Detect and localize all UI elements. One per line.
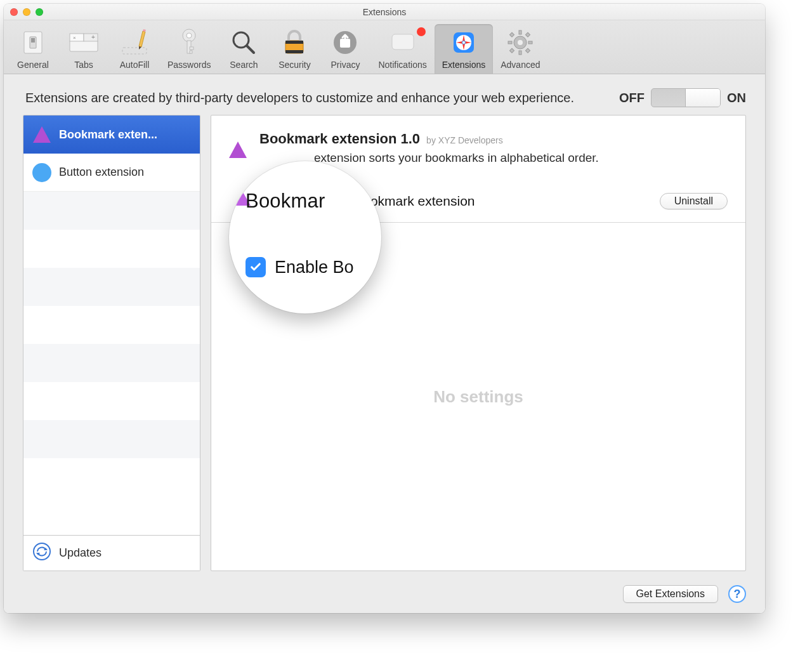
- magnifier-overlay: Bookmar Enable Bo: [229, 161, 381, 314]
- svg-rect-30: [508, 41, 512, 44]
- no-settings-label: No settings: [433, 387, 523, 407]
- tab-label: Passwords: [167, 60, 211, 70]
- svg-point-26: [462, 41, 465, 44]
- search-icon: [226, 27, 261, 58]
- svg-rect-31: [528, 41, 532, 44]
- tab-label: Advanced: [501, 60, 540, 70]
- passwords-icon: [171, 27, 207, 58]
- sidebar-item-label: Button extension: [59, 166, 144, 179]
- help-button[interactable]: ?: [728, 585, 746, 603]
- tab-label: General: [17, 60, 49, 70]
- tab-label: Search: [230, 60, 258, 70]
- tab-search[interactable]: Search: [218, 24, 269, 74]
- svg-rect-18: [285, 41, 303, 44]
- svg-rect-34: [510, 48, 514, 53]
- window-title: Extensions: [4, 7, 765, 17]
- toggle-off-label: OFF: [619, 91, 645, 105]
- tab-label: Security: [278, 60, 311, 70]
- notification-badge-icon: [417, 27, 426, 36]
- circle-icon: [32, 163, 51, 182]
- tab-extensions[interactable]: Extensions: [435, 24, 493, 74]
- svg-rect-13: [190, 51, 192, 53]
- close-button[interactable]: [10, 8, 18, 16]
- preferences-toolbar: General ×+ Tabs AutoFill Passwords Searc…: [4, 20, 765, 74]
- notifications-icon: [385, 27, 421, 58]
- svg-rect-19: [285, 50, 303, 53]
- tab-label: Tabs: [74, 60, 93, 70]
- tab-tabs[interactable]: ×+ Tabs: [58, 24, 109, 74]
- tab-label: Notifications: [378, 60, 426, 70]
- svg-rect-21: [340, 39, 350, 48]
- autofill-icon: [117, 27, 152, 58]
- extensions-list: Bookmark exten... Button extension: [23, 116, 200, 535]
- enable-checkbox[interactable]: [246, 257, 266, 277]
- svg-text:×: ×: [73, 35, 76, 41]
- svg-point-37: [34, 543, 50, 560]
- triangle-icon: [229, 131, 247, 142]
- tab-security[interactable]: Security: [269, 24, 320, 74]
- updates-label: Updates: [59, 546, 102, 560]
- svg-rect-8: [122, 48, 147, 54]
- tab-passwords[interactable]: Passwords: [160, 24, 218, 74]
- advanced-icon: [502, 27, 538, 58]
- titlebar: Extensions: [4, 4, 765, 20]
- extension-title: Bookmark extension 1.0: [259, 131, 420, 147]
- magnifier-enable-row: Enable Bo: [246, 257, 354, 277]
- window-footer: Get Extensions ?: [4, 579, 765, 613]
- get-extensions-button[interactable]: Get Extensions: [623, 585, 719, 603]
- header-row: Extensions are created by third-party de…: [4, 74, 765, 115]
- svg-rect-29: [519, 51, 521, 55]
- sidebar-updates[interactable]: Updates: [23, 535, 200, 571]
- magnifier-enable-fragment: Enable Bo: [275, 258, 354, 277]
- body: Bookmark exten... Button extension Updat…: [4, 115, 765, 579]
- svg-point-10: [187, 33, 192, 38]
- empty-rows: [23, 192, 200, 535]
- svg-rect-4: [70, 34, 84, 41]
- uninstall-button[interactable]: Uninstall: [660, 193, 728, 209]
- security-icon: [277, 27, 312, 58]
- svg-rect-22: [392, 34, 414, 50]
- svg-rect-28: [519, 30, 521, 34]
- svg-rect-35: [526, 48, 530, 53]
- magnifier-title-fragment: Bookmar: [246, 190, 325, 213]
- triangle-icon: [32, 125, 51, 144]
- sidebar-item-bookmark-extension[interactable]: Bookmark exten...: [23, 116, 200, 154]
- zoom-button[interactable]: [36, 8, 43, 16]
- extensions-icon: [446, 27, 481, 58]
- extensions-sidebar: Bookmark exten... Button extension Updat…: [23, 115, 200, 571]
- svg-rect-3: [70, 40, 98, 51]
- svg-rect-5: [84, 34, 98, 41]
- toggle-on-label: ON: [727, 91, 746, 105]
- tab-label: Privacy: [331, 60, 360, 70]
- sidebar-item-label: Bookmark exten...: [59, 128, 157, 142]
- privacy-icon: [327, 27, 363, 58]
- svg-line-15: [247, 46, 254, 53]
- svg-rect-2: [31, 38, 35, 43]
- svg-rect-12: [190, 47, 193, 50]
- tab-advanced[interactable]: Advanced: [493, 24, 547, 74]
- general-icon: [15, 27, 51, 58]
- tab-label: AutoFill: [120, 60, 150, 70]
- tab-label: Extensions: [442, 60, 485, 70]
- svg-rect-33: [526, 32, 530, 37]
- preferences-window: Extensions General ×+ Tabs AutoFill Pass: [4, 4, 765, 613]
- tab-autofill[interactable]: AutoFill: [109, 24, 160, 74]
- svg-rect-32: [510, 32, 514, 37]
- tab-privacy[interactable]: Privacy: [320, 24, 370, 74]
- extensions-master-switch[interactable]: [651, 88, 721, 107]
- extensions-description: Extensions are created by third-party de…: [25, 89, 594, 107]
- window-controls: [10, 8, 43, 16]
- updates-icon: [32, 542, 51, 564]
- extension-description: extension sorts your bookmarks in alphab…: [314, 151, 728, 165]
- tab-general[interactable]: General: [8, 24, 58, 74]
- master-toggle: OFF ON: [619, 88, 746, 107]
- sidebar-item-button-extension[interactable]: Button extension: [23, 154, 200, 192]
- tab-notifications[interactable]: Notifications: [370, 24, 434, 74]
- extension-author: by XYZ Developers: [426, 135, 503, 145]
- switch-knob: [685, 89, 720, 107]
- minimize-button[interactable]: [23, 8, 30, 16]
- tabs-icon: ×+: [66, 27, 102, 58]
- svg-point-36: [518, 40, 523, 45]
- svg-text:+: +: [91, 34, 95, 41]
- help-icon: ?: [734, 588, 741, 601]
